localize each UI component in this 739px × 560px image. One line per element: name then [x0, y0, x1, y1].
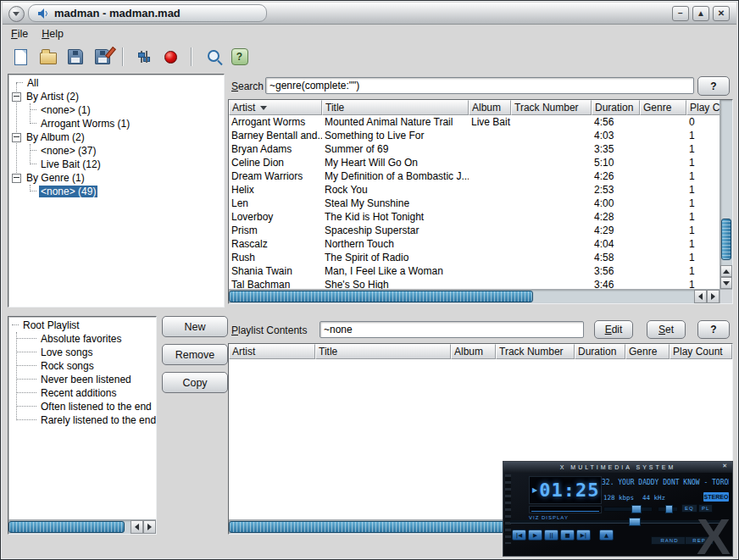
scrollbar-thumb[interactable] — [229, 521, 542, 533]
search-input[interactable] — [265, 77, 694, 94]
collapse-expander-icon[interactable] — [12, 92, 21, 102]
xmms-visualizer[interactable] — [529, 506, 602, 513]
playlist-help-button[interactable]: ? — [697, 320, 730, 339]
remove-playlist-button[interactable]: Remove — [162, 344, 228, 365]
record-button[interactable] — [159, 46, 182, 69]
column-header-duration[interactable]: Duration — [592, 100, 640, 115]
xmms-time-display[interactable]: ▶ 01:25 — [529, 476, 602, 504]
tree-item-by-album[interactable]: By Album (2) — [8, 130, 224, 144]
menu-help[interactable]: Help — [42, 28, 64, 40]
scroll-right-button[interactable] — [707, 290, 720, 303]
track-row[interactable]: Rascalz Northern Touch 4:04 1 — [229, 237, 720, 251]
transport-button[interactable]: ▶| — [576, 530, 591, 541]
maximize-button[interactable]: ▲ — [692, 6, 709, 21]
track-row[interactable]: Prism Spaceship Superstar 4:29 1 — [229, 224, 720, 237]
scroll-left-button[interactable] — [694, 290, 707, 303]
track-row[interactable]: Tal Bachman She's So High 3:46 1 — [229, 278, 720, 289]
tree-item-by-artist[interactable]: By Artist (2) — [8, 90, 224, 103]
window-menu-button[interactable] — [8, 6, 25, 22]
column-header-play-count[interactable]: Play Count — [670, 344, 732, 359]
column-header-album[interactable]: Album — [469, 100, 511, 115]
track-row[interactable]: Len Steal My Sunshine 4:00 1 — [229, 197, 720, 210]
column-header-genre[interactable]: Genre — [625, 344, 670, 359]
column-header-title[interactable]: Title — [315, 344, 451, 359]
track-row[interactable]: Dream Warriors My Definition of a Bombas… — [229, 169, 720, 183]
balance-handle[interactable] — [665, 505, 673, 513]
new-file-button[interactable] — [9, 46, 32, 69]
shuffle-button[interactable]: RAND — [651, 536, 688, 545]
balance-slider[interactable] — [658, 507, 678, 512]
tree-item[interactable]: Love songs — [8, 346, 156, 359]
volume-slider[interactable] — [603, 507, 653, 512]
scroll-down-button[interactable] — [720, 277, 732, 289]
column-header-artist[interactable]: Artist — [229, 100, 322, 115]
scroll-right-button[interactable] — [143, 520, 156, 534]
scrollbar-thumb[interactable] — [229, 291, 533, 302]
xmms-clutterbar[interactable] — [505, 474, 511, 544]
scrollbar-thumb[interactable] — [721, 219, 731, 260]
track-row[interactable]: Loverboy The Kid is Hot Tonight 4:28 1 — [229, 210, 720, 224]
xmms-close-icon[interactable]: ✕ — [722, 463, 730, 469]
volume-handle[interactable] — [631, 505, 642, 513]
menu-file[interactable]: File — [11, 28, 28, 40]
column-header-title[interactable]: Title — [322, 100, 469, 115]
collapse-expander-icon[interactable] — [12, 174, 21, 183]
tree-item[interactable]: Rarely listened to the end — [8, 413, 156, 427]
column-header-artist[interactable]: Artist — [229, 344, 315, 359]
close-button[interactable]: ✕ — [713, 6, 730, 21]
tree-item[interactable]: Often listened to the end — [8, 400, 156, 413]
track-row[interactable]: Rush The Spirit of Radio 4:58 1 — [229, 251, 720, 264]
column-header-track-number[interactable]: Track Number — [496, 344, 575, 359]
tree-item[interactable]: Arrogant Worms (1) — [8, 117, 224, 130]
column-header-genre[interactable]: Genre — [640, 100, 686, 115]
set-button[interactable]: Set — [647, 320, 686, 339]
minimize-button[interactable]: − — [672, 6, 689, 21]
equalizer-button[interactable]: EQ — [681, 504, 697, 513]
tree-item-selected[interactable]: <none> (49) — [8, 185, 224, 198]
vertical-scrollbar[interactable] — [720, 100, 732, 289]
track-row[interactable]: Arrogant Worms Mounted Animal Nature Tra… — [229, 115, 720, 129]
edit-button[interactable]: Edit — [594, 320, 633, 339]
column-header-duration[interactable]: Duration — [575, 344, 625, 359]
column-header-album[interactable]: Album — [451, 344, 496, 359]
horizontal-scrollbar[interactable] — [8, 519, 156, 534]
seek-handle[interactable] — [629, 518, 641, 526]
xmms-titlebar[interactable]: X MULTIMEDIA SYSTEM ✕ — [503, 462, 732, 473]
track-row[interactable]: Bryan Adams Summer of 69 3:35 1 — [229, 142, 720, 156]
transport-button[interactable]: ■ — [560, 530, 575, 541]
column-header-play-count[interactable]: Play C — [686, 100, 720, 115]
xmms-window[interactable]: X MULTIMEDIA SYSTEM ✕ ▶ 01:25 VIZ DISPLA… — [503, 461, 733, 557]
scrollbar-thumb[interactable] — [8, 521, 125, 533]
search-help-button[interactable]: ? — [697, 76, 730, 96]
save-as-button[interactable] — [91, 46, 114, 69]
titlebar[interactable]: madman - madman.mad − ▲ ✕ — [3, 3, 736, 25]
track-row[interactable]: Helix Rock You 2:53 1 — [229, 183, 720, 197]
new-playlist-button[interactable]: New — [162, 316, 228, 337]
track-row[interactable]: Shania Twain Man, I Feel Like a Woman 3:… — [229, 264, 720, 278]
help-button[interactable]: ? — [228, 46, 251, 69]
copy-playlist-button[interactable]: Copy — [162, 372, 228, 393]
transport-button[interactable]: ▶ — [528, 530, 542, 541]
transport-button[interactable]: |◀ — [512, 530, 526, 541]
tree-item[interactable]: <none> (37) — [8, 144, 224, 158]
tree-item[interactable]: <none> (1) — [8, 103, 224, 117]
track-row[interactable]: Barney Bentall and... Something to Live … — [229, 129, 720, 142]
save-button[interactable] — [64, 46, 86, 69]
tree-item[interactable]: Recent additions — [8, 386, 156, 400]
tree-item-all[interactable]: All — [8, 76, 224, 90]
transport-button[interactable]: || — [544, 530, 558, 541]
tree-item[interactable]: Rock songs — [8, 359, 156, 373]
settings-button[interactable] — [132, 46, 155, 69]
horizontal-scrollbar[interactable] — [229, 289, 732, 303]
tree-item-root-playlist[interactable]: Root Playlist — [8, 319, 156, 332]
tree-item-by-genre[interactable]: By Genre (1) — [8, 171, 224, 185]
scroll-up-button[interactable] — [720, 265, 732, 277]
collapse-expander-icon[interactable] — [12, 133, 21, 142]
query-button[interactable] — [201, 46, 224, 69]
transport-button[interactable]: ▲ — [599, 530, 614, 541]
column-header-track-number[interactable]: Track Number — [511, 100, 592, 115]
tree-item[interactable]: Never been listened — [8, 373, 156, 386]
tree-item[interactable]: Live Bait (12) — [8, 158, 224, 171]
track-row[interactable]: Celine Dion My Heart Will Go On 5:10 1 — [229, 156, 720, 169]
playlist-query-input[interactable] — [319, 321, 584, 338]
